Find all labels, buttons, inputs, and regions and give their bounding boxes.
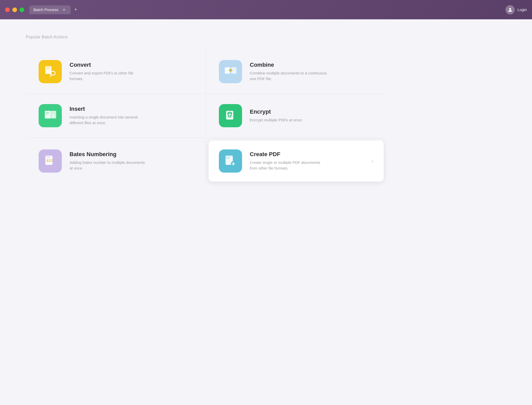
actions-grid: Convert Convert and export PDFs to other… [26, 50, 386, 184]
encrypt-description: Encrypt multiple PDFs at once. [250, 117, 303, 123]
insert-text: Insert Inserting a single document into … [70, 106, 147, 126]
combine-text: Combine Combine multiple documents to a … [250, 62, 327, 82]
login-area[interactable]: Login [505, 5, 527, 14]
close-button[interactable] [5, 7, 10, 12]
traffic-lights [5, 7, 24, 12]
tab-label: Batch Process [33, 7, 58, 12]
combine-label: Combine [250, 62, 327, 68]
convert-description: Convert and export PDFs to other file fo… [70, 70, 147, 82]
chevron-right-icon: › [372, 158, 373, 164]
bates-text: Bates Numbering Adding bates number to m… [70, 151, 147, 171]
minimize-button[interactable] [12, 7, 17, 12]
encrypt-text: Encrypt Encrypt multiple PDFs at once. [250, 108, 303, 123]
bates-label: Bates Numbering [70, 151, 147, 158]
svg-rect-3 [46, 69, 49, 69]
tab-bar: Batch Process ✕ + [29, 5, 505, 14]
insert-description: Inserting a single document into several… [70, 114, 147, 126]
encrypt-action[interactable]: Encrypt Encrypt multiple PDFs at once. [206, 94, 386, 138]
bates-description: Adding bates number to multiple document… [70, 160, 147, 171]
combine-icon [219, 60, 242, 83]
svg-rect-18 [226, 157, 231, 157]
convert-icon [39, 60, 62, 83]
create-pdf-description: Create single or multiple PDF documents … [250, 160, 327, 171]
create-pdf-text: Create PDF Create single or multiple PDF… [250, 151, 327, 171]
close-tab-icon[interactable]: ✕ [62, 7, 66, 12]
convert-label: Convert [70, 62, 147, 68]
create-pdf-icon [219, 149, 242, 173]
svg-text:012: 012 [46, 158, 53, 163]
svg-rect-9 [50, 111, 56, 119]
svg-rect-2 [46, 67, 50, 68]
svg-rect-19 [226, 158, 230, 159]
bates-icon: 012 [39, 149, 62, 173]
insert-icon [39, 104, 62, 127]
insert-action[interactable]: Insert Inserting a single document into … [26, 94, 206, 138]
svg-rect-16 [46, 157, 50, 157]
new-tab-button[interactable]: + [72, 6, 80, 14]
maximize-button[interactable] [20, 7, 24, 12]
convert-action[interactable]: Convert Convert and export PDFs to other… [26, 50, 206, 94]
combine-description: Combine multiple documents to a continuo… [250, 70, 327, 82]
encrypt-icon [219, 104, 242, 127]
avatar [505, 5, 515, 14]
main-content: Popular Batch Actions Convert Convert an… [0, 19, 532, 405]
create-pdf-action[interactable]: Create PDF Create single or multiple PDF… [209, 140, 384, 182]
login-label: Login [517, 7, 527, 12]
convert-text: Convert Convert and export PDFs to other… [70, 62, 147, 82]
insert-label: Insert [70, 106, 147, 112]
svg-rect-7 [46, 112, 49, 113]
combine-action[interactable]: Combine Combine multiple documents to a … [206, 50, 386, 94]
batch-process-tab[interactable]: Batch Process ✕ [29, 5, 71, 14]
encrypt-label: Encrypt [250, 108, 303, 115]
section-title: Popular Batch Actions [26, 35, 506, 39]
svg-point-0 [509, 8, 511, 10]
bates-numbering-action[interactable]: 012 Bates Numbering Adding bates number … [26, 138, 206, 184]
svg-rect-6 [45, 111, 50, 119]
title-bar: Batch Process ✕ + Login [0, 0, 532, 19]
create-pdf-label: Create PDF [250, 151, 327, 158]
svg-rect-8 [46, 114, 48, 114]
